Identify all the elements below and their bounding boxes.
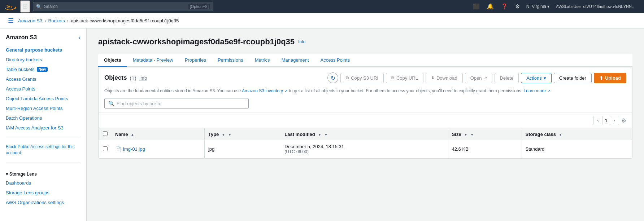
cloud-shell-button[interactable]: ⬛ xyxy=(470,2,483,11)
file-name-link[interactable]: 📄 img-01.jpg xyxy=(115,146,201,152)
tab-access-points[interactable]: Access Points xyxy=(315,54,356,67)
objects-title-row: Objects (1) Info ↻ ⧉ Copy S3 URI ⧉ xyxy=(104,72,626,83)
breadcrumb-sep-2: › xyxy=(67,18,69,23)
sidebar-collapse-button[interactable]: ‹ xyxy=(79,34,80,41)
sidebar-item-access-grants[interactable]: Access Grants xyxy=(0,74,86,84)
page-header: apistack-cwworkshopimagesf0da5e9f-rcoupb… xyxy=(98,37,632,47)
sidebar-item-aws-org-settings[interactable]: AWS Organizations settings xyxy=(0,198,86,207)
sidebar-item-iam-analyzer[interactable]: IAM Access Analyzer for S3 xyxy=(0,123,86,133)
sidebar-item-table-buckets[interactable]: Table buckets New xyxy=(0,65,86,74)
cell-name: 📄 img-01.jpg xyxy=(112,140,204,158)
user-label: AWSLabsUser-otVUT46aothpwu4uNbYNNW/90ef1… xyxy=(553,3,640,10)
objects-info-link[interactable]: Info xyxy=(139,75,147,81)
support-button[interactable]: ❓ xyxy=(498,2,511,11)
action-buttons: ↻ ⧉ Copy S3 URI ⧉ Copy URL ⬇ Download xyxy=(327,72,626,83)
sidebar-divider-2 xyxy=(6,163,80,163)
tab-properties[interactable]: Properties xyxy=(179,54,212,67)
sidebar-item-directory-buckets[interactable]: Directory buckets xyxy=(0,55,86,65)
copy-url-button[interactable]: ⧉ Copy URL xyxy=(386,73,423,83)
table-header: Name ▲ Type ▼ ▼ Last modified ▼ ▼ xyxy=(99,128,632,140)
sidebar-storage-lens-section[interactable]: ▾ Storage Lens xyxy=(0,167,86,178)
breadcrumb-bar: ☰ Amazon S3 › Buckets › apistack-cwworks… xyxy=(0,13,644,28)
tab-objects[interactable]: Objects xyxy=(98,54,127,67)
copy-s3-uri-button[interactable]: ⧉ Copy S3 URI xyxy=(340,73,384,83)
prev-page-button[interactable]: ‹ xyxy=(593,116,603,125)
objects-toolbar: Objects (1) Info ↻ ⧉ Copy S3 URI ⧉ xyxy=(99,67,632,113)
breadcrumb-bucket-name: apistack-cwworkshopimagesf0da5e9f-rcoupb… xyxy=(71,18,179,23)
tab-metrics[interactable]: Metrics xyxy=(249,54,276,67)
search-input[interactable] xyxy=(44,4,186,9)
select-all-checkbox[interactable] xyxy=(103,131,108,136)
sidebar-item-general-purpose-buckets[interactable]: General purpose buckets xyxy=(0,45,86,55)
filter-icon: ▼ xyxy=(324,133,328,137)
sidebar-item-label: AWS Organizations settings xyxy=(6,200,64,205)
sidebar-item-label: Access Points xyxy=(6,86,35,92)
sidebar-item-storage-lens-groups[interactable]: Storage Lens groups xyxy=(0,188,86,198)
aws-logo xyxy=(4,3,17,10)
upload-icon: ⬆ xyxy=(599,75,603,81)
settings-button[interactable]: ⚙ xyxy=(512,2,523,11)
open-button[interactable]: Open ↗ xyxy=(465,73,492,83)
upload-button[interactable]: ⬆ Upload xyxy=(594,73,626,83)
services-grid-button[interactable]: ⊞ xyxy=(20,0,30,13)
main-content: apistack-cwworkshopimagesf0da5e9f-rcoupb… xyxy=(87,28,644,221)
sidebar-item-block-public-access[interactable]: Block Public Access settings for this ac… xyxy=(0,142,86,158)
next-page-button[interactable]: › xyxy=(610,116,619,125)
sidebar: Amazon S3 ‹ General purpose buckets Dire… xyxy=(0,28,87,221)
sidebar-item-dashboards[interactable]: Dashboards xyxy=(0,178,86,188)
refresh-button[interactable]: ↻ xyxy=(327,72,338,83)
chevron-down-icon: ▾ xyxy=(6,172,8,177)
table-row: 📄 img-01.jpg jpg December 5, 2024, 18:15… xyxy=(99,140,632,158)
search-filter: 🔍 xyxy=(104,98,249,109)
global-search-bar: 🔍 [Option+S] xyxy=(33,2,213,11)
sidebar-item-access-points[interactable]: Access Points xyxy=(0,84,86,94)
table-settings-button[interactable]: ⚙ xyxy=(621,117,626,124)
sidebar-toggle-button[interactable]: ☰ xyxy=(6,16,16,25)
region-label: N. Virginia xyxy=(526,4,546,9)
sort-icon: ▲ xyxy=(131,133,134,137)
app-layout: Amazon S3 ‹ General purpose buckets Dire… xyxy=(0,28,644,221)
sidebar-title: Amazon S3 ‹ xyxy=(0,34,86,45)
inventory-link[interactable]: Amazon S3 inventory ↗ xyxy=(242,88,289,93)
th-select-all xyxy=(99,128,112,140)
row-checkbox[interactable] xyxy=(103,146,108,151)
sidebar-item-label: General purpose buckets xyxy=(6,47,62,53)
sidebar-divider-1 xyxy=(6,137,80,137)
tab-metadata[interactable]: Metadata - Preview xyxy=(127,54,179,67)
chevron-down-icon: ▾ xyxy=(547,4,549,9)
tabs-bar: Objects Metadata - Preview Properties Pe… xyxy=(98,54,632,67)
objects-panel-title: Objects xyxy=(104,74,127,81)
objects-search-input[interactable] xyxy=(117,101,245,106)
sidebar-item-label: Access Grants xyxy=(6,76,36,82)
chevron-down-icon: ▾ xyxy=(544,75,546,81)
tab-management[interactable]: Management xyxy=(276,54,315,67)
learn-more-link[interactable]: Learn more ↗ xyxy=(524,88,551,93)
download-icon: ⬇ xyxy=(431,75,435,80)
th-type: Type ▼ ▼ xyxy=(205,128,281,140)
tab-permissions[interactable]: Permissions xyxy=(212,54,249,67)
filter-icon: ▼ xyxy=(559,133,562,137)
external-link-icon: ↗ xyxy=(484,76,487,80)
sidebar-item-object-lambda[interactable]: Object Lambda Access Points xyxy=(0,94,86,103)
sort-icon: ▼ xyxy=(318,133,321,137)
create-folder-button[interactable]: Create folder xyxy=(554,73,592,83)
download-button[interactable]: ⬇ Download xyxy=(426,73,463,83)
notifications-button[interactable]: 🔔 xyxy=(484,2,497,11)
th-name: Name ▲ xyxy=(112,128,204,140)
search-shortcut: [Option+S] xyxy=(188,4,210,9)
table-header-controls: ‹ 1 › ⚙ xyxy=(99,113,632,128)
pagination-controls: ‹ 1 › ⚙ xyxy=(593,116,626,125)
page-info-link[interactable]: Info xyxy=(298,39,305,44)
region-selector[interactable]: N. Virginia ▾ xyxy=(524,3,552,10)
breadcrumb-buckets-link[interactable]: Buckets xyxy=(48,18,65,23)
breadcrumb-service-link[interactable]: Amazon S3 xyxy=(18,18,42,23)
actions-button[interactable]: Actions ▾ xyxy=(521,73,552,83)
objects-description: Objects are the fundamental entities sto… xyxy=(104,88,626,94)
sidebar-item-batch-operations[interactable]: Batch Operations xyxy=(0,113,86,123)
sidebar-item-label: Batch Operations xyxy=(6,115,42,121)
search-icon: 🔍 xyxy=(108,101,114,106)
th-last-modified: Last modified ▼ ▼ xyxy=(281,128,448,140)
delete-button[interactable]: Delete xyxy=(495,73,519,83)
sidebar-item-multi-region[interactable]: Multi-Region Access Points xyxy=(0,103,86,113)
filter-icon: ▼ xyxy=(470,133,474,137)
